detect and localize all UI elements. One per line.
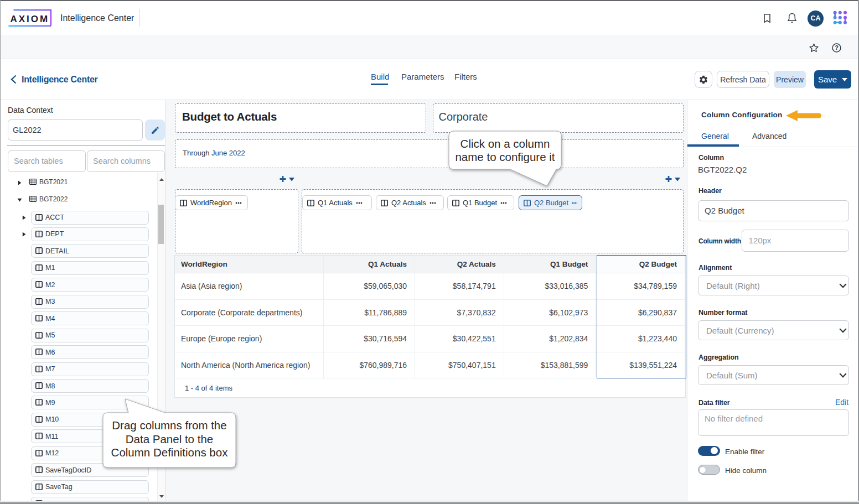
svg-text:AXIOM: AXIOM [11, 14, 50, 24]
svg-text:?: ? [835, 44, 839, 51]
